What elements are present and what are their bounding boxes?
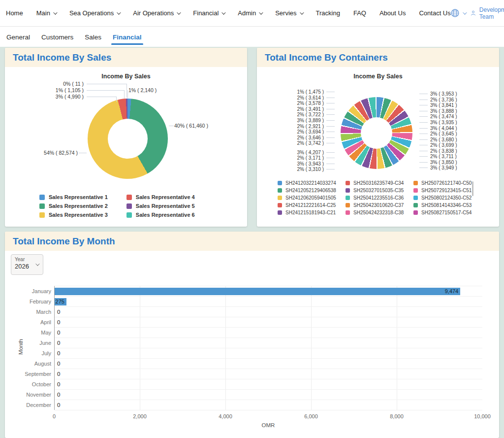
legend-item[interactable]: SH241215181943-C21 — [278, 210, 346, 215]
legend-label: SH250726121740-C50 — [421, 180, 472, 186]
legend-item[interactable]: Sales Representative 1 — [39, 194, 108, 200]
legend-item[interactable]: SH250316235749-C34 — [346, 180, 413, 186]
callout-text: 2% ( 3,645 ) — [430, 131, 457, 136]
legend-label: SH241215181943-C21 — [285, 210, 336, 215]
legend-label: SH2412032214033274 — [285, 180, 336, 186]
chevron-down-icon — [259, 10, 263, 14]
leader-line — [116, 97, 117, 102]
legend-item[interactable]: Sales Representative 2 — [39, 203, 108, 209]
callout-labels-left: 1% ( 1,475 )2% ( 3,614 )2% ( 3,578 )2% (… — [276, 89, 335, 172]
legend-label: SH250316235749-C34 — [353, 180, 404, 186]
nav-items: HomeMainSea OperationsAir OperationsFina… — [6, 9, 451, 17]
donut-chart-income-by-containers[interactable] — [341, 97, 412, 169]
tab-sales[interactable]: Sales — [83, 29, 103, 45]
leader-line — [127, 90, 128, 98]
card-total-income-by-sales: Total Income By Sales Income By Sales 0%… — [5, 48, 247, 227]
bar-value-label: 0 — [57, 319, 60, 325]
bar-value-label: 0 — [57, 330, 60, 336]
legend-label: Sales Representative 4 — [136, 194, 195, 200]
leader-line — [419, 162, 428, 163]
leader-line — [87, 97, 116, 97]
nav-item-label: Sea Operations — [69, 9, 114, 17]
leader-line — [326, 98, 335, 98]
chevron-down-icon — [117, 10, 121, 14]
nav-item-air-operations[interactable]: Air Operations — [133, 9, 180, 17]
legend-item[interactable]: SH250412235516-C36 — [346, 195, 413, 201]
bar-row-march: March0 — [55, 307, 482, 317]
legend-item[interactable]: SH250814143346-C53 — [413, 202, 481, 208]
legend-swatch — [346, 188, 350, 193]
bar-row-october: October0 — [55, 379, 482, 390]
callout-text: 3% ( 3,850 ) — [430, 160, 457, 165]
legend-item[interactable]: SH250802124350-C52 — [413, 195, 481, 201]
leader-line — [79, 153, 87, 153]
month-label: March — [4, 309, 51, 315]
leader-line — [419, 156, 428, 157]
bar-row-august: August0 — [55, 359, 482, 369]
bar[interactable]: 9,474 — [55, 288, 460, 295]
leader-line — [326, 152, 335, 153]
user-name: Development Team — [479, 6, 504, 20]
nav-item-main[interactable]: Main — [36, 9, 56, 17]
legend-item[interactable]: SH250423010620-C37 — [346, 202, 413, 208]
legend-label: SH2412062059401505 — [285, 195, 336, 201]
nav-item-home[interactable]: Home — [6, 9, 23, 17]
callout-label: 2% ( 3,838 ) — [419, 148, 457, 154]
callout-label: 2% ( 3,680 ) — [419, 136, 457, 142]
nav-item-faq[interactable]: FAQ — [353, 9, 366, 17]
legend-item[interactable]: SH250327015035-C35 — [346, 188, 413, 193]
legend-item[interactable]: SH2412032214033274 — [278, 180, 346, 186]
legend-item[interactable]: Sales Representative 3 — [39, 212, 108, 218]
legend-item[interactable]: SH2412062059401505 — [278, 195, 346, 201]
leader-line — [326, 120, 335, 121]
nav-item-sea-operations[interactable]: Sea Operations — [69, 9, 120, 17]
nav-right-cluster: Development Team — [451, 6, 504, 20]
legend-item[interactable]: SH250726121740-C50 — [413, 180, 481, 186]
legend-item[interactable]: SH250827150517-C54 — [413, 210, 481, 215]
legend: Sales Representative 1Sales Representati… — [39, 194, 195, 218]
legend-item[interactable]: SH241212221614-C25 — [278, 202, 346, 208]
month-label: July — [4, 350, 51, 356]
legend-item[interactable]: SH250729123415-C51 — [413, 188, 481, 193]
callout-label: 54% ( 82,574 ) — [19, 150, 78, 156]
tab-customers[interactable]: Customers — [40, 29, 75, 45]
nav-item-label: Servies — [275, 9, 296, 17]
nav-item-label: Financial — [193, 9, 219, 17]
callout-label: 3% ( 3,888 ) — [419, 108, 457, 114]
nav-item-financial[interactable]: Financial — [193, 9, 224, 17]
legend-item[interactable]: SH2412052129406538 — [278, 188, 346, 193]
callout-label: 3% ( 4,207 ) — [297, 149, 335, 155]
dashboard-tabs: GeneralCustomersSalesFinancial — [0, 27, 504, 47]
year-select[interactable]: Year 2026 — [11, 254, 43, 275]
legend-item[interactable]: Sales Representative 5 — [126, 203, 195, 209]
month-label: April — [4, 319, 51, 325]
legend-scrollbar[interactable] — [472, 181, 473, 196]
nav-item-admin[interactable]: Admin — [238, 9, 262, 17]
donut-chart-income-by-sales[interactable] — [88, 99, 168, 179]
chart-title: Income By Sales — [5, 73, 247, 80]
leader-line — [419, 111, 428, 111]
nav-item-tracking[interactable]: Tracking — [316, 9, 340, 17]
legend-item[interactable]: Sales Representative 6 — [126, 212, 195, 218]
callout-label: 2% ( 3,171 ) — [297, 155, 335, 161]
callout-label: 2% ( 3,578 ) — [297, 101, 335, 106]
callout-text: 2% ( 3,310 ) — [297, 167, 324, 172]
leader-line — [419, 151, 428, 151]
bar[interactable]: 275 — [55, 298, 66, 305]
tab-general[interactable]: General — [5, 29, 32, 45]
leader-line — [419, 134, 428, 134]
month-label: September — [4, 371, 51, 377]
legend-item[interactable]: SH250424232318-C38 — [346, 210, 413, 215]
callout-label: 2% ( 3,491 ) — [297, 106, 335, 112]
card-total-income-by-month: Total Income By Month Year 2026 January9… — [5, 232, 499, 438]
user-menu[interactable]: Development Team — [471, 6, 504, 20]
top-navigation-bar: HomeMainSea OperationsAir OperationsFina… — [0, 0, 504, 27]
month-label: August — [4, 361, 51, 367]
legend-item[interactable]: Sales Representative 4 — [126, 194, 195, 200]
nav-item-contact-us[interactable]: Contact Us — [419, 9, 450, 17]
nav-item-about-us[interactable]: About Us — [379, 9, 406, 17]
nav-item-servies[interactable]: Servies — [275, 9, 302, 17]
language-selector[interactable] — [451, 9, 466, 17]
callout-text: 2% ( 3,722 ) — [297, 112, 324, 117]
tab-financial[interactable]: Financial — [111, 29, 143, 45]
